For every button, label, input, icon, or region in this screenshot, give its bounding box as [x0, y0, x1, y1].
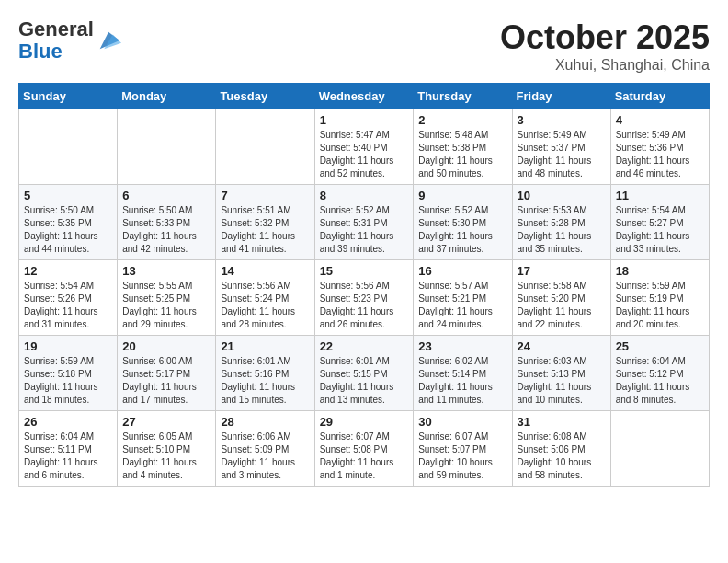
day-info: Sunrise: 5:58 AMSunset: 5:20 PMDaylight:…	[518, 280, 606, 331]
calendar-cell: 3Sunrise: 5:49 AMSunset: 5:37 PMDaylight…	[512, 109, 610, 185]
calendar-cell: 24Sunrise: 6:03 AMSunset: 5:13 PMDayligh…	[512, 336, 610, 411]
weekday-header-wednesday: Wednesday	[314, 84, 414, 109]
logo-blue-text: Blue	[18, 40, 63, 63]
day-number: 27	[122, 415, 210, 429]
day-info: Sunrise: 5:57 AMSunset: 5:21 PMDaylight:…	[418, 280, 506, 331]
day-number: 5	[24, 189, 112, 202]
day-number: 13	[122, 264, 210, 278]
day-number: 28	[221, 415, 309, 429]
calendar-cell: 30Sunrise: 6:07 AMSunset: 5:07 PMDayligh…	[414, 411, 512, 487]
calendar-cell: 25Sunrise: 6:04 AMSunset: 5:12 PMDayligh…	[610, 336, 709, 411]
logo-general-text: General	[18, 17, 94, 40]
day-number: 18	[616, 264, 704, 278]
calendar-cell: 4Sunrise: 5:49 AMSunset: 5:36 PMDaylight…	[610, 109, 709, 185]
weekday-header-thursday: Thursday	[414, 84, 512, 109]
day-info: Sunrise: 5:55 AMSunset: 5:25 PMDaylight:…	[122, 280, 210, 331]
calendar-week-row: 5Sunrise: 5:50 AMSunset: 5:35 PMDaylight…	[19, 185, 710, 260]
day-number: 31	[518, 415, 606, 429]
day-info: Sunrise: 5:50 AMSunset: 5:35 PMDaylight:…	[24, 204, 112, 256]
day-info: Sunrise: 5:52 AMSunset: 5:31 PMDaylight:…	[320, 204, 409, 256]
calendar-cell: 11Sunrise: 5:54 AMSunset: 5:27 PMDayligh…	[610, 185, 709, 260]
day-info: Sunrise: 6:04 AMSunset: 5:12 PMDaylight:…	[616, 355, 704, 407]
day-info: Sunrise: 6:06 AMSunset: 5:09 PMDaylight:…	[221, 431, 309, 482]
day-info: Sunrise: 5:48 AMSunset: 5:38 PMDaylight:…	[418, 129, 506, 180]
calendar-cell: 28Sunrise: 6:06 AMSunset: 5:09 PMDayligh…	[216, 411, 314, 487]
day-info: Sunrise: 5:47 AMSunset: 5:40 PMDaylight:…	[320, 129, 409, 180]
day-number: 23	[418, 339, 506, 353]
weekday-header-monday: Monday	[118, 84, 216, 109]
calendar-table: SundayMondayTuesdayWednesdayThursdayFrid…	[18, 83, 710, 487]
calendar-cell: 2Sunrise: 5:48 AMSunset: 5:38 PMDaylight…	[414, 109, 512, 185]
calendar-cell: 12Sunrise: 5:54 AMSunset: 5:26 PMDayligh…	[19, 260, 118, 336]
day-number: 10	[518, 189, 606, 202]
calendar-cell: 17Sunrise: 5:58 AMSunset: 5:20 PMDayligh…	[512, 260, 610, 336]
calendar-cell: 22Sunrise: 6:01 AMSunset: 5:15 PMDayligh…	[314, 336, 414, 411]
day-info: Sunrise: 5:54 AMSunset: 5:27 PMDaylight:…	[616, 204, 704, 256]
day-info: Sunrise: 6:05 AMSunset: 5:10 PMDaylight:…	[122, 431, 210, 482]
day-number: 12	[24, 264, 112, 278]
day-number: 9	[418, 189, 506, 202]
day-info: Sunrise: 5:59 AMSunset: 5:18 PMDaylight:…	[24, 355, 112, 407]
day-info: Sunrise: 5:51 AMSunset: 5:32 PMDaylight:…	[221, 204, 309, 256]
day-number: 2	[418, 113, 506, 127]
title-block: October 2025 Xuhui, Shanghai, China	[500, 18, 710, 74]
calendar-cell: 5Sunrise: 5:50 AMSunset: 5:35 PMDaylight…	[19, 185, 118, 260]
location-subtitle: Xuhui, Shanghai, China	[500, 57, 710, 74]
calendar-cell: 8Sunrise: 5:52 AMSunset: 5:31 PMDaylight…	[314, 185, 414, 260]
day-number: 14	[221, 264, 309, 278]
day-info: Sunrise: 5:50 AMSunset: 5:33 PMDaylight:…	[122, 204, 210, 256]
day-info: Sunrise: 5:56 AMSunset: 5:24 PMDaylight:…	[221, 280, 309, 331]
calendar-cell: 16Sunrise: 5:57 AMSunset: 5:21 PMDayligh…	[414, 260, 512, 336]
day-number: 24	[518, 339, 606, 353]
calendar-cell: 26Sunrise: 6:04 AMSunset: 5:11 PMDayligh…	[19, 411, 118, 487]
calendar-cell: 9Sunrise: 5:52 AMSunset: 5:30 PMDaylight…	[414, 185, 512, 260]
calendar-cell: 23Sunrise: 6:02 AMSunset: 5:14 PMDayligh…	[414, 336, 512, 411]
calendar-cell: 19Sunrise: 5:59 AMSunset: 5:18 PMDayligh…	[19, 336, 118, 411]
page-header: General Blue October 2025 Xuhui, Shangha…	[18, 18, 710, 74]
day-number: 25	[616, 339, 704, 353]
day-number: 20	[122, 339, 210, 353]
day-info: Sunrise: 6:01 AMSunset: 5:15 PMDaylight:…	[320, 355, 409, 407]
calendar-cell: 14Sunrise: 5:56 AMSunset: 5:24 PMDayligh…	[216, 260, 314, 336]
calendar-cell: 13Sunrise: 5:55 AMSunset: 5:25 PMDayligh…	[118, 260, 216, 336]
calendar-cell: 10Sunrise: 5:53 AMSunset: 5:28 PMDayligh…	[512, 185, 610, 260]
day-number: 7	[221, 189, 309, 202]
month-title: October 2025	[500, 18, 710, 57]
calendar-cell	[610, 411, 709, 487]
calendar-cell: 31Sunrise: 6:08 AMSunset: 5:06 PMDayligh…	[512, 411, 610, 487]
day-info: Sunrise: 6:07 AMSunset: 5:08 PMDaylight:…	[320, 431, 409, 482]
day-number: 29	[320, 415, 409, 429]
calendar-cell	[19, 109, 118, 185]
day-number: 8	[320, 189, 409, 202]
day-number: 1	[320, 113, 409, 127]
calendar-cell: 15Sunrise: 5:56 AMSunset: 5:23 PMDayligh…	[314, 260, 414, 336]
calendar-cell: 20Sunrise: 6:00 AMSunset: 5:17 PMDayligh…	[118, 336, 216, 411]
day-number: 4	[616, 113, 704, 127]
day-info: Sunrise: 5:49 AMSunset: 5:36 PMDaylight:…	[616, 129, 704, 180]
calendar-cell: 29Sunrise: 6:07 AMSunset: 5:08 PMDayligh…	[314, 411, 414, 487]
calendar-cell	[118, 109, 216, 185]
day-number: 22	[320, 339, 409, 353]
day-number: 21	[221, 339, 309, 353]
day-info: Sunrise: 5:49 AMSunset: 5:37 PMDaylight:…	[518, 129, 606, 180]
calendar-cell: 6Sunrise: 5:50 AMSunset: 5:33 PMDaylight…	[118, 185, 216, 260]
day-info: Sunrise: 6:01 AMSunset: 5:16 PMDaylight:…	[221, 355, 309, 407]
day-number: 26	[24, 415, 112, 429]
day-info: Sunrise: 5:56 AMSunset: 5:23 PMDaylight:…	[320, 280, 409, 331]
day-info: Sunrise: 5:52 AMSunset: 5:30 PMDaylight:…	[418, 204, 506, 256]
weekday-header-tuesday: Tuesday	[216, 84, 314, 109]
calendar-cell: 7Sunrise: 5:51 AMSunset: 5:32 PMDaylight…	[216, 185, 314, 260]
day-number: 19	[24, 339, 112, 353]
calendar-week-row: 26Sunrise: 6:04 AMSunset: 5:11 PMDayligh…	[19, 411, 710, 487]
calendar-cell: 1Sunrise: 5:47 AMSunset: 5:40 PMDaylight…	[314, 109, 414, 185]
day-number: 11	[616, 189, 704, 202]
day-number: 3	[518, 113, 606, 127]
day-number: 6	[122, 189, 210, 202]
weekday-header-sunday: Sunday	[19, 84, 118, 109]
day-info: Sunrise: 6:02 AMSunset: 5:14 PMDaylight:…	[418, 355, 506, 407]
day-info: Sunrise: 6:08 AMSunset: 5:06 PMDaylight:…	[518, 431, 606, 482]
weekday-header-row: SundayMondayTuesdayWednesdayThursdayFrid…	[19, 84, 710, 109]
day-info: Sunrise: 6:04 AMSunset: 5:11 PMDaylight:…	[24, 431, 112, 482]
calendar-cell: 21Sunrise: 6:01 AMSunset: 5:16 PMDayligh…	[216, 336, 314, 411]
logo: General Blue	[18, 18, 121, 63]
